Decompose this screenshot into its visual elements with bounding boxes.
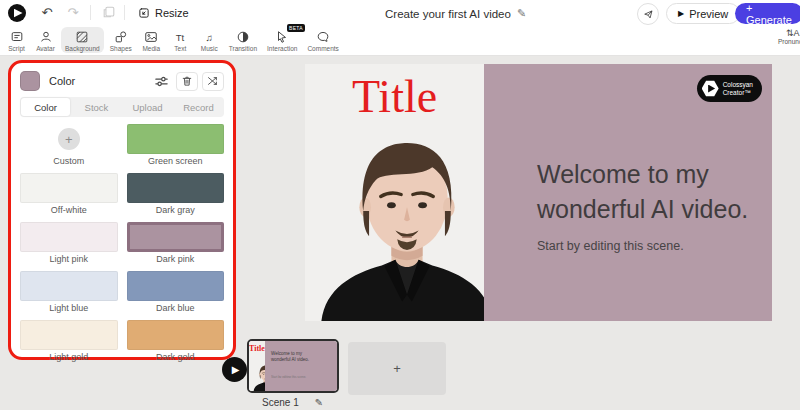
current-color-swatch[interactable]: [20, 71, 40, 91]
toolbar-item[interactable]: ♫ Music: [196, 27, 223, 53]
thumb-heading: Welcome to my wonderful AI video.: [271, 351, 315, 363]
color-swatch-cell[interactable]: Green screen: [127, 124, 225, 166]
colossyan-hex-icon: [702, 80, 719, 97]
panel-tab[interactable]: Color: [21, 98, 70, 116]
play-icon: ▶: [232, 364, 240, 375]
swatch-label: Off-white: [20, 206, 118, 215]
shapes-icon: [114, 29, 128, 44]
video-canvas[interactable]: Title Welcome to my wonderful AI video. …: [305, 64, 772, 321]
color-swatch-cell[interactable]: Off-white: [20, 173, 118, 215]
swatch-label: Light blue: [20, 304, 118, 313]
canvas-left-section: Title: [305, 64, 484, 321]
svg-text:♫: ♫: [206, 31, 213, 42]
pronunciation-icon: ⇅A: [786, 28, 800, 38]
panel-tab[interactable]: Record: [174, 98, 223, 116]
toolbar-item[interactable]: Interaction BETA: [263, 27, 301, 53]
swatch-grid: Custom Green screen Off-white Da: [20, 124, 224, 362]
edit-title-icon[interactable]: ✎: [517, 7, 526, 20]
panel-tab[interactable]: Stock: [72, 98, 121, 116]
color-swatch-cell[interactable]: Light gold: [20, 320, 118, 362]
badge-line2: Creator™: [723, 89, 753, 96]
scene-thumbnail[interactable]: Title Welcome to my wonderful AI video. …: [247, 339, 339, 393]
toolbar-item[interactable]: Media: [138, 27, 165, 53]
document-title-text: Create your first AI video: [385, 8, 511, 20]
swatch-label: Dark pink: [127, 255, 225, 264]
color-swatch-cell[interactable]: Custom: [20, 124, 118, 166]
pages-icon[interactable]: [98, 2, 120, 22]
trash-icon[interactable]: [176, 72, 198, 91]
presenter-avatar[interactable]: [309, 141, 505, 321]
canvas-heading[interactable]: Welcome to my wonderful AI video.: [537, 157, 772, 226]
color-swatch-cell[interactable]: Dark pink: [127, 222, 225, 264]
color-swatch-cell[interactable]: Light blue: [20, 271, 118, 313]
avatar-icon: [39, 29, 53, 44]
panel-tab-label: Upload: [132, 102, 162, 113]
generate-button[interactable]: + Generate: [735, 3, 800, 24]
add-scene-plus: +: [393, 361, 401, 376]
color-swatch-cell[interactable]: Dark blue: [127, 271, 225, 313]
colossyan-logo-icon[interactable]: [8, 4, 26, 22]
toolbar-item[interactable]: Script: [3, 27, 30, 53]
toolbar-item-label: Interaction: [267, 45, 297, 52]
swatch-label: Light gold: [20, 353, 118, 362]
script-icon: [10, 29, 24, 44]
color-swatch-cell[interactable]: Dark gray: [127, 173, 225, 215]
scene-name-row: Scene 1 ✎: [262, 397, 323, 408]
add-scene-button[interactable]: +: [348, 342, 446, 395]
resize-icon: [138, 7, 150, 19]
swatch-label: Dark blue: [127, 304, 225, 313]
toolbar-item-label: Transition: [229, 45, 257, 52]
color-swatch-cell[interactable]: Light pink: [20, 222, 118, 264]
thumb-subheading: Start by editing this scene.: [271, 375, 331, 378]
canvas-right-section: Welcome to my wonderful AI video. Start …: [484, 64, 772, 321]
toolbar-item-label: Comments: [307, 45, 338, 52]
svg-text:Tt: Tt: [176, 31, 185, 42]
play-icon: ▶: [678, 9, 684, 18]
adjust-icon[interactable]: [150, 72, 172, 91]
play-glyph: [14, 9, 23, 18]
text-icon: Tt: [173, 29, 187, 44]
redo-icon[interactable]: ↷: [62, 2, 84, 22]
editor-toolbar: Script Avatar Background Shapes: [3, 27, 343, 53]
color-swatch-cell[interactable]: Dark gold: [127, 320, 225, 362]
panel-tabs: Color Stock Upload Record: [20, 97, 224, 117]
toolbar-item-label: Music: [201, 45, 218, 52]
share-icon: [643, 9, 654, 20]
panel-title: Color: [49, 75, 146, 87]
toolbar-item-label: Avatar: [36, 45, 55, 52]
badge-line1: Colossyan: [723, 81, 753, 88]
preview-button[interactable]: ▶ Preview: [666, 3, 740, 24]
thumb-right-section: Welcome to my wonderful AI video. Start …: [265, 341, 339, 391]
shuffle-icon[interactable]: [202, 72, 224, 91]
toolbar-item[interactable]: Comments: [303, 27, 342, 53]
canvas-title-text[interactable]: Title: [305, 64, 484, 123]
share-button[interactable]: [637, 3, 659, 25]
pronunciation-button[interactable]: ⇅A Pronunc: [774, 28, 800, 45]
toolbar-item[interactable]: Shapes: [106, 27, 136, 53]
preview-label: Preview: [689, 8, 728, 20]
resize-label: Resize: [155, 7, 189, 19]
swatch-label: Light pink: [20, 255, 118, 264]
generate-label: + Generate: [746, 2, 792, 26]
toolbar-item[interactable]: Tt Text: [167, 27, 194, 53]
play-scene-button[interactable]: ▶: [222, 357, 247, 382]
toolbar-item[interactable]: Background: [61, 27, 104, 53]
media-icon: [144, 29, 158, 44]
toolbar-item[interactable]: Transition: [225, 27, 261, 53]
colossyan-creator-badge: Colossyan Creator™: [697, 75, 762, 102]
resize-button[interactable]: Resize: [132, 3, 195, 23]
panel-header: Color: [20, 69, 224, 93]
rename-scene-icon[interactable]: ✎: [315, 397, 323, 408]
undo-icon[interactable]: ↶: [36, 2, 58, 22]
toolbar-item-label: Media: [142, 45, 160, 52]
toolbar-item-label: Shapes: [110, 45, 132, 52]
swatch-label: Green screen: [127, 157, 225, 166]
toolbar-item-label: Background: [65, 45, 100, 52]
panel-tab-label: Stock: [85, 102, 109, 113]
panel-tab-label: Color: [34, 102, 57, 113]
transition-icon: [236, 29, 250, 44]
panel-tab[interactable]: Upload: [123, 98, 172, 116]
toolbar-item[interactable]: Avatar: [32, 27, 59, 53]
canvas-subheading[interactable]: Start by editing this scene.: [537, 239, 772, 253]
divider: [124, 5, 125, 20]
